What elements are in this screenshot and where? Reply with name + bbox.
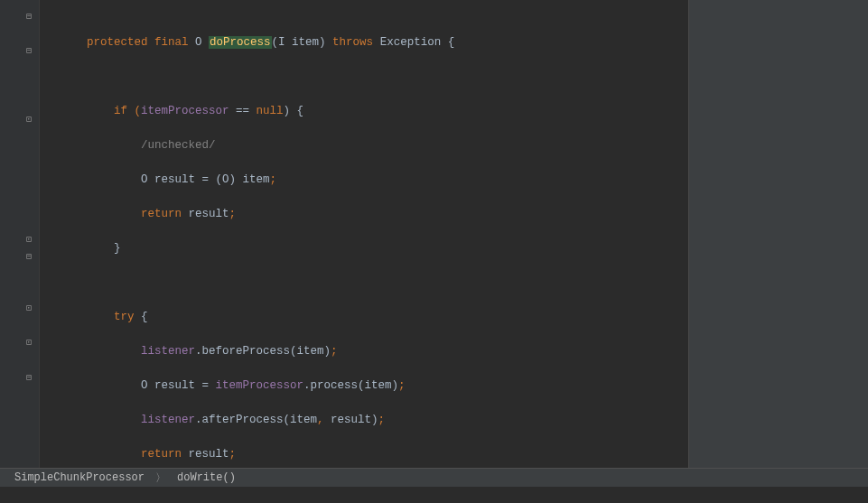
code-token: itemProcessor — [216, 379, 304, 392]
code-comment: /unchecked/ — [60, 139, 216, 152]
code-token: Exception { — [380, 36, 455, 49]
fold-toggle-icon[interactable]: ⊟ — [23, 373, 34, 384]
code-token: O — [141, 173, 154, 186]
code-token: .afterProcess(item — [195, 414, 317, 426]
bottom-fill — [0, 487, 868, 503]
code-token: return — [141, 448, 182, 461]
code-token: O — [195, 36, 209, 49]
code-token: .process(item) — [303, 379, 398, 392]
code-token: null — [257, 105, 284, 117]
fold-end-icon[interactable]: ⊡ — [23, 303, 34, 314]
code-token: , — [317, 414, 331, 426]
code-token: O — [141, 379, 154, 392]
fold-end-icon[interactable]: ⊡ — [23, 115, 34, 126]
code-token: result — [182, 208, 229, 220]
code-token: } — [60, 242, 121, 255]
fold-toggle-icon[interactable]: ⊟ — [23, 252, 34, 263]
code-token: throws — [332, 36, 380, 49]
fold-toggle-icon[interactable]: ⊟ — [23, 46, 34, 57]
code-token: protected final — [60, 36, 195, 49]
code-token: if ( — [60, 105, 141, 117]
breadcrumb-item[interactable]: SimpleChunkProcessor — [7, 471, 152, 484]
editor-wrapper: ⊟ ⊟ ⊡ ⊡ ⊟ ⊡ ⊡ ⊟ protected final O doProc… — [0, 0, 868, 468]
code-token: return — [141, 208, 182, 220]
code-token: .beforeProcess(item) — [195, 345, 331, 358]
code-token: { — [141, 311, 148, 323]
code-token: listener — [141, 414, 195, 426]
breadcrumb-item[interactable]: doWrite() — [170, 471, 243, 484]
code-token: result = — [154, 379, 216, 392]
code-token: ) item — [229, 173, 270, 186]
code-token: item) — [285, 36, 333, 49]
chevron-right-icon: 〉 — [152, 470, 170, 486]
code-token: result = ( — [154, 173, 222, 186]
code-token: result) — [331, 414, 378, 426]
breadcrumb-bar: SimpleChunkProcessor 〉 doWrite() — [0, 468, 868, 487]
code-token: itemProcessor — [141, 105, 229, 117]
code-token: O — [222, 173, 229, 186]
right-panel — [688, 0, 868, 468]
code-block[interactable]: protected final O doProcess(I item) thro… — [40, 0, 688, 468]
code-token: result — [182, 448, 229, 461]
method-name: doProcess — [209, 36, 272, 49]
code-editor[interactable]: protected final O doProcess(I item) thro… — [40, 0, 688, 468]
code-token: listener — [141, 345, 195, 358]
fold-end-icon[interactable]: ⊡ — [23, 235, 34, 246]
gutter: ⊟ ⊟ ⊡ ⊡ ⊟ ⊡ ⊡ ⊟ — [0, 0, 40, 468]
fold-toggle-icon[interactable]: ⊟ — [23, 12, 34, 23]
code-token: try — [60, 311, 141, 323]
fold-end-icon[interactable]: ⊡ — [23, 338, 34, 349]
code-token: I — [278, 36, 285, 49]
